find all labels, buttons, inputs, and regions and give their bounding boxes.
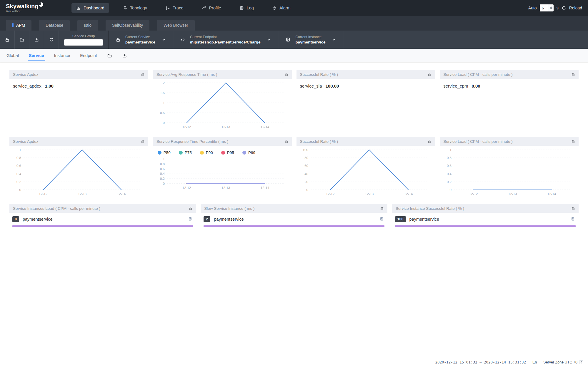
- service-group-input[interactable]: [64, 39, 103, 46]
- language-toggle[interactable]: En: [532, 360, 537, 364]
- instance-name: paymentservice: [409, 217, 439, 222]
- lock-icon[interactable]: [189, 207, 192, 210]
- svg-text:0.8: 0.8: [16, 156, 21, 160]
- workspace-tab-web-browser[interactable]: Web Browser: [157, 20, 195, 31]
- svg-text:12-12: 12-12: [182, 186, 191, 190]
- refresh-templates-button[interactable]: [44, 31, 59, 49]
- tab-global[interactable]: Global: [6, 49, 19, 62]
- export-template-button[interactable]: [29, 31, 44, 49]
- svg-text:12-14: 12-14: [404, 192, 413, 196]
- nav-item-alarm[interactable]: Alarm: [267, 3, 295, 13]
- service-load-line-chart: 00.20.40.60.8112-1212-1312-14: [442, 147, 576, 197]
- current-service-selector[interactable]: Current Service paymentservice: [109, 31, 173, 49]
- svg-text:1: 1: [163, 157, 164, 161]
- download-icon[interactable]: [122, 53, 127, 58]
- current-instance-label: Current Instance: [295, 35, 325, 39]
- legend-dot: [200, 151, 204, 155]
- tab-service[interactable]: Service: [29, 49, 44, 62]
- svg-text:1.5: 1.5: [160, 91, 165, 95]
- legend-dot: [158, 151, 161, 155]
- nav-item-trace[interactable]: Trace: [161, 3, 188, 13]
- svg-text:12-13: 12-13: [508, 192, 517, 196]
- svg-text:12-14: 12-14: [547, 192, 556, 196]
- nav-item-dashboard[interactable]: Dashboard: [71, 3, 109, 13]
- copy-clipboard-icon[interactable]: [379, 217, 384, 221]
- svg-text:12-12: 12-12: [182, 125, 191, 129]
- panel-service-load-chart: Service Load ( CPM - calls per minute ) …: [440, 137, 579, 199]
- service-apdex-line-chart: 00.20.40.60.8112-1212-1312-14: [12, 147, 146, 197]
- panel-response-time-percentile-chart: Service Response Time Percentile ( ms ) …: [153, 137, 292, 199]
- svg-text:12-14: 12-14: [261, 186, 269, 190]
- current-endpoint-selector[interactable]: Current Endpoint /hipstershop.PaymentSer…: [173, 31, 278, 49]
- lock-icon[interactable]: [141, 140, 145, 143]
- active-tab-indicator: [12, 23, 14, 27]
- current-instance-selector[interactable]: Current Instance paymentservice: [278, 31, 343, 49]
- svg-text:0.4: 0.4: [447, 172, 452, 176]
- lock-icon[interactable]: [571, 140, 575, 143]
- import-template-button[interactable]: [15, 31, 29, 49]
- pulse-icon: [201, 6, 206, 10]
- reload-icon[interactable]: [562, 6, 566, 10]
- nav-item-profile[interactable]: Profile: [197, 3, 226, 13]
- code-icon: [180, 37, 185, 42]
- service-group-field: Service Group: [59, 31, 109, 49]
- svg-text:0.6: 0.6: [16, 164, 21, 167]
- interval-spinner[interactable]: [549, 4, 554, 11]
- tab-endpoint[interactable]: Endpoint: [80, 49, 97, 62]
- instance-name: paymentservice: [23, 217, 53, 222]
- time-range-picker[interactable]: 2020-12-12 15:01:32 ~ 2020-12-14 15:31:3…: [435, 360, 526, 364]
- auto-interval-input[interactable]: [540, 4, 549, 11]
- svg-text:0.2: 0.2: [160, 177, 165, 180]
- legend-item-p50[interactable]: P50: [158, 150, 171, 155]
- value-badge: 100: [395, 216, 406, 222]
- nav-item-log[interactable]: Log: [235, 3, 259, 13]
- lock-icon[interactable]: [428, 140, 432, 143]
- legend-item-p95[interactable]: P95: [221, 150, 234, 155]
- nav-item-topology[interactable]: Topology: [118, 3, 152, 13]
- legend-item-p75[interactable]: P75: [179, 150, 192, 155]
- lock-icon[interactable]: [380, 207, 384, 210]
- lock-icon[interactable]: [428, 73, 432, 76]
- auto-unit-label: s: [557, 6, 559, 10]
- svg-text:0: 0: [19, 188, 21, 192]
- metric-value: 0.00: [472, 83, 480, 88]
- legend-label: P50: [164, 150, 171, 155]
- panel-instance-successful-rate: Service Instance Successful Rate ( % ) 1…: [392, 204, 579, 232]
- metric-name: service_apdex: [13, 83, 41, 88]
- svg-text:80: 80: [304, 156, 308, 160]
- svg-text:0.8: 0.8: [447, 156, 452, 160]
- workspace-tab-istio[interactable]: Istio: [77, 20, 98, 31]
- lock-icon[interactable]: [141, 73, 145, 76]
- lock-icon[interactable]: [284, 73, 288, 76]
- legend-item-p99[interactable]: P99: [242, 150, 255, 155]
- chevron-down-icon: [332, 38, 336, 42]
- workspace-tab-database[interactable]: Database: [39, 20, 70, 31]
- log-clipboard-icon: [239, 6, 244, 10]
- brand-title: Skywalking: [6, 3, 39, 9]
- percentile-line-chart: 00.20.40.60.8112-1212-1312-14: [155, 156, 289, 191]
- legend-item-p90[interactable]: P90: [200, 150, 213, 155]
- workspace-tab-selfobservability[interactable]: SelfObservability: [106, 20, 149, 31]
- workspace-tab-apm[interactable]: APM: [6, 20, 31, 31]
- tab-instance[interactable]: Instance: [54, 49, 70, 62]
- instance-row[interactable]: 2 paymentservice: [204, 216, 384, 222]
- lock-icon[interactable]: [571, 73, 575, 76]
- instance-row[interactable]: 0 paymentservice: [12, 216, 193, 222]
- legend-label: P75: [185, 150, 192, 155]
- svg-text:12-13: 12-13: [221, 125, 230, 129]
- panel-service-apdex-value: Service Apdex service_apdex1.00: [9, 70, 148, 132]
- folder-icon[interactable]: [107, 53, 112, 58]
- lock-icon[interactable]: [571, 207, 575, 210]
- svg-text:12-14: 12-14: [261, 125, 269, 129]
- reload-button[interactable]: Reload: [569, 6, 582, 10]
- lock-icon[interactable]: [284, 140, 288, 143]
- svg-text:0.6: 0.6: [447, 164, 452, 167]
- refresh-icon: [49, 37, 54, 42]
- copy-clipboard-icon[interactable]: [188, 217, 192, 221]
- copy-clipboard-icon[interactable]: [571, 217, 575, 221]
- zone-spinner[interactable]: [579, 360, 583, 364]
- lock-layout-button[interactable]: [0, 31, 15, 49]
- panel-successful-rate-chart: Successful Rate ( % ) 02040608010012-121…: [297, 137, 435, 199]
- instance-row[interactable]: 100 paymentservice: [395, 216, 576, 222]
- legend-dot: [179, 151, 183, 155]
